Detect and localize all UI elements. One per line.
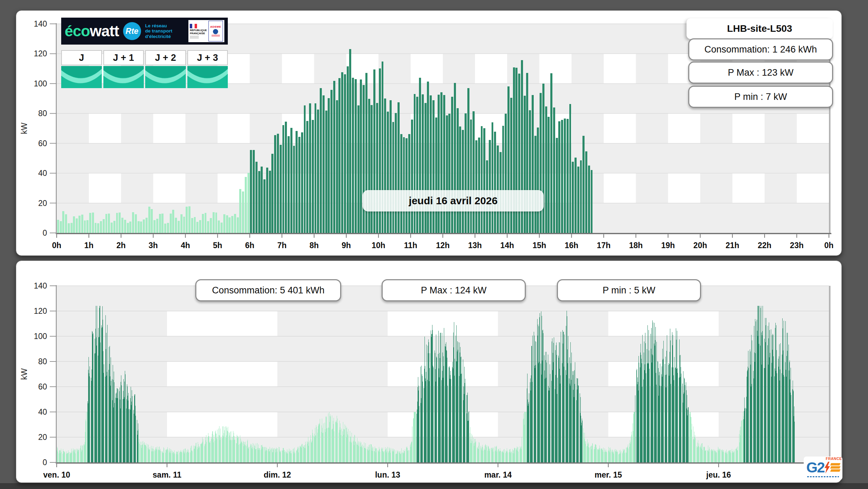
forecast-tile-j[interactable]: J xyxy=(61,50,102,88)
site-name-badge: LHB-site-L503 xyxy=(687,18,833,39)
svg-text:15h: 15h xyxy=(532,241,546,250)
g2e-france-label: FRANCE xyxy=(826,457,842,461)
daily-chart-panel: 0h1h2h3h4h5h6h7h8h9h10h11h12h13h14h15h16… xyxy=(16,10,842,256)
forecast-tile-label[interactable]: J + 3 xyxy=(187,50,228,65)
svg-text:10h: 10h xyxy=(372,241,385,250)
svg-text:18h: 18h xyxy=(629,241,643,250)
svg-text:140: 140 xyxy=(34,19,47,28)
ademe-lines xyxy=(212,35,220,37)
svg-text:mar. 14: mar. 14 xyxy=(484,470,512,479)
weekly-consumption-badge: Consommation: 5 401 kWh xyxy=(195,279,341,301)
forecast-tile-j-plus-1[interactable]: J + 1 xyxy=(103,50,144,88)
svg-text:9h: 9h xyxy=(342,241,351,250)
ecowatt-logo: écowatt xyxy=(65,23,119,39)
rte-tagline: Le réseau de transport d'électricité xyxy=(145,23,172,39)
svg-text:7h: 7h xyxy=(277,241,287,250)
ecowatt-logo-watt: watt xyxy=(90,22,119,39)
forecast-tile-label[interactable]: J xyxy=(61,50,102,65)
daily-consumption-badge: Consommation: 1 246 kWh xyxy=(688,38,833,60)
svg-text:20h: 20h xyxy=(693,241,707,250)
svg-text:8h: 8h xyxy=(309,241,319,250)
svg-text:140: 140 xyxy=(34,281,47,290)
forecast-tile-j-plus-3[interactable]: J + 3 xyxy=(187,50,228,88)
svg-text:20: 20 xyxy=(38,433,47,442)
lightning-bolt-icon xyxy=(824,462,830,473)
svg-text:100: 100 xyxy=(34,79,47,88)
svg-text:lun. 13: lun. 13 xyxy=(375,470,400,479)
svg-text:kW: kW xyxy=(20,123,29,134)
svg-text:40: 40 xyxy=(38,169,47,178)
ademe-logo: ADEME xyxy=(208,21,223,41)
svg-text:dim. 12: dim. 12 xyxy=(264,470,291,479)
ecowatt-forecast-tiles: JJ + 1J + 2J + 3 xyxy=(61,50,228,88)
weekly-chart-panel: ven. 10sam. 11dim. 12lun. 13mar. 14mer. … xyxy=(16,261,842,483)
svg-text:0h: 0h xyxy=(824,241,834,250)
svg-text:0h: 0h xyxy=(52,241,62,250)
svg-text:14h: 14h xyxy=(500,241,514,250)
svg-text:4h: 4h xyxy=(181,241,190,250)
rf-motto-lines xyxy=(190,36,199,38)
svg-text:120: 120 xyxy=(34,307,47,316)
svg-text:11h: 11h xyxy=(404,241,417,250)
forecast-tile-j-plus-2[interactable]: J + 2 xyxy=(145,50,186,88)
svg-text:19h: 19h xyxy=(661,241,675,250)
weekly-pmax-badge: P Max : 124 kW xyxy=(382,279,526,301)
svg-text:12h: 12h xyxy=(436,241,450,250)
svg-text:80: 80 xyxy=(38,109,47,118)
svg-text:5h: 5h xyxy=(213,241,222,250)
svg-text:jeu. 16: jeu. 16 xyxy=(706,470,731,479)
svg-text:40: 40 xyxy=(38,407,47,416)
svg-text:0: 0 xyxy=(43,458,47,467)
g2e-logo-text: G2 xyxy=(806,460,824,475)
forecast-tile-green-gauge-icon xyxy=(103,66,144,88)
svg-text:6h: 6h xyxy=(245,241,254,250)
svg-text:21h: 21h xyxy=(726,241,739,250)
forecast-tile-green-gauge-icon xyxy=(61,66,102,88)
svg-text:3h: 3h xyxy=(149,241,158,250)
republique-francaise-label: RÉPUBLIQUE FRANÇAISE xyxy=(190,29,207,35)
ademe-globe-icon xyxy=(213,29,218,34)
ecowatt-header: écowatt Rte Le réseau de transport d'éle… xyxy=(61,18,228,45)
svg-text:20: 20 xyxy=(38,199,47,208)
daily-pmax-badge: P Max : 123 kW xyxy=(688,62,833,84)
svg-text:sam. 11: sam. 11 xyxy=(153,470,181,479)
ecowatt-logo-eco: éco xyxy=(65,22,90,39)
weekly-pmin-badge: P min : 5 kW xyxy=(557,279,701,301)
svg-text:120: 120 xyxy=(34,49,47,58)
republique-francaise-logo: RÉPUBLIQUE FRANÇAISE xyxy=(190,24,207,38)
ademe-label: ADEME xyxy=(210,25,221,28)
current-date-label: jeudi 16 avril 2026 xyxy=(363,190,544,211)
forecast-tile-green-gauge-icon xyxy=(187,66,228,88)
forecast-tile-green-gauge-icon xyxy=(145,66,186,88)
daily-pmin-badge: P min : 7 kW xyxy=(688,86,833,108)
svg-text:2h: 2h xyxy=(116,241,126,250)
g2e-logo: G2 FRANCE xyxy=(804,457,842,480)
forecast-tile-label[interactable]: J + 2 xyxy=(145,50,186,65)
svg-text:mer. 15: mer. 15 xyxy=(595,470,622,479)
svg-text:22h: 22h xyxy=(758,241,772,250)
svg-text:ven. 10: ven. 10 xyxy=(43,470,70,479)
g2e-tagline-line xyxy=(807,476,839,477)
forecast-tile-label[interactable]: J + 1 xyxy=(103,50,144,65)
svg-text:23h: 23h xyxy=(790,241,804,250)
g2e-logo-e-icon xyxy=(831,463,840,472)
svg-text:60: 60 xyxy=(38,382,47,391)
svg-text:13h: 13h xyxy=(468,241,482,250)
rte-logo-icon: Rte xyxy=(123,22,141,40)
svg-text:100: 100 xyxy=(34,332,47,341)
svg-text:17h: 17h xyxy=(597,241,611,250)
svg-text:kW: kW xyxy=(20,368,29,380)
svg-text:1h: 1h xyxy=(84,241,94,250)
french-flag-icon xyxy=(190,24,197,28)
svg-text:16h: 16h xyxy=(565,241,579,250)
government-logos: RÉPUBLIQUE FRANÇAISE ADEME xyxy=(188,20,224,42)
svg-text:80: 80 xyxy=(38,357,47,366)
svg-text:60: 60 xyxy=(38,139,47,148)
svg-text:0: 0 xyxy=(43,228,47,237)
